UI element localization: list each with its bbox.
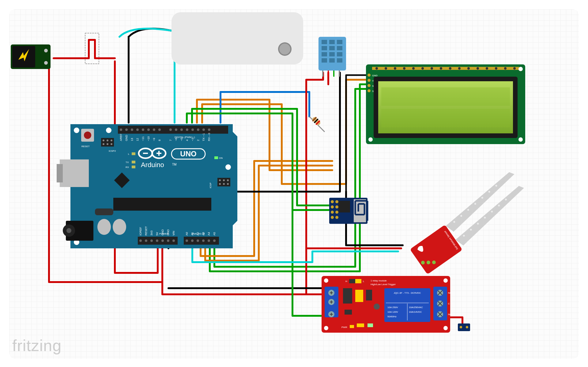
svg-point-59 [518,67,523,71]
svg-text:RX: RX [126,166,129,169]
svg-rect-136 [101,138,114,147]
svg-text:GND: GND [161,229,164,236]
svg-text:A4: A4 [207,232,210,235]
svg-text:A1: A1 [191,232,194,235]
svg-point-123 [460,326,462,328]
svg-rect-129 [60,159,89,187]
icsp2-label: ICSP2 [109,150,116,152]
svg-rect-121 [350,325,354,328]
svg-point-33 [385,67,387,70]
svg-text:A2: A2 [196,232,199,235]
svg-point-138 [107,140,108,141]
svg-point-90 [324,278,328,283]
svg-point-152 [113,219,126,235]
svg-point-57 [368,137,373,142]
svg-point-225 [186,239,188,242]
resistor[interactable] [309,116,325,132]
svg-point-6 [44,49,48,52]
svg-point-39 [440,67,442,70]
svg-point-200 [186,128,188,131]
svg-rect-169 [214,156,218,159]
svg-rect-114 [343,288,352,304]
svg-point-42 [467,67,470,70]
svg-point-196 [158,128,161,131]
svg-point-189 [120,128,122,131]
svg-point-217 [167,239,169,242]
svg-point-45 [495,67,497,70]
svg-point-124 [466,326,468,328]
svg-text:TX→1: TX→1 [202,133,205,141]
svg-point-151 [97,219,111,235]
svg-point-48 [368,74,371,77]
svg-point-197 [169,128,172,131]
svg-text:L: L [128,153,130,155]
svg-rect-56 [381,109,510,127]
svg-point-43 [477,67,479,70]
dc-power-jack[interactable] [11,44,51,69]
relay-module[interactable]: NC C M NO JQC-3F - T73 - DC5VDC 10A 250V… [322,276,453,333]
svg-point-3 [279,44,290,55]
svg-text:TM: TM [172,163,176,166]
svg-point-40 [449,67,451,70]
svg-point-68 [335,205,338,208]
svg-point-140 [103,143,104,145]
svg-point-32 [375,67,378,70]
svg-rect-120 [368,323,373,327]
svg-point-145 [223,179,225,181]
svg-rect-12 [322,46,327,50]
svg-rect-116 [366,290,372,300]
svg-text:13: 13 [130,138,134,141]
svg-rect-119 [357,323,364,327]
svg-rect-22 [328,71,329,77]
dht11-sensor[interactable] [318,37,346,77]
esp8266-module[interactable] [329,198,368,224]
arduino-reset-label: RESET [81,145,90,148]
svg-point-36 [412,67,415,70]
arduino-model: UNO [180,150,196,158]
lcd-i2c[interactable]: GND VCC SDA SCL [366,64,525,144]
svg-point-213 [145,239,147,242]
svg-point-64 [331,205,334,208]
svg-rect-154 [113,198,211,211]
svg-rect-150 [118,126,228,134]
svg-point-126 [106,128,111,133]
svg-text:ON: ON [219,157,223,159]
svg-point-34 [394,67,396,70]
svg-point-67 [335,200,338,203]
svg-point-226 [191,239,194,242]
power-bank[interactable] [172,12,303,64]
svg-rect-18 [322,58,327,63]
svg-point-201 [191,128,194,131]
svg-rect-16 [329,52,335,56]
svg-rect-112 [349,279,355,283]
svg-rect-10 [329,40,335,44]
svg-rect-115 [355,290,363,302]
soil-moisture-sensor[interactable]: Soil Moisture Sensor [406,170,533,274]
relay-title2: High/Low Level Trigger [371,283,396,286]
svg-point-35 [403,67,405,70]
pump-connector[interactable] [458,323,470,331]
svg-point-230 [213,239,216,242]
svg-point-38 [431,67,433,70]
relay-title1: 1 relay module [371,279,387,282]
svg-point-37 [421,67,424,70]
svg-text:10A/14VDC: 10A/14VDC [409,311,422,313]
svg-rect-23 [333,71,334,77]
arduino-uno[interactable]: RESET ICSP2 ICSP DIGITAL (PWM=~) UNO Ard… [57,124,237,248]
svg-text:~9: ~9 [153,138,156,141]
svg-point-199 [180,128,183,131]
svg-text:~11: ~11 [141,136,145,141]
svg-rect-20 [337,58,342,63]
svg-text:10A 250V: 10A 250V [387,306,398,309]
svg-rect-13 [329,46,335,50]
svg-text:10A 120V: 10A 120V [387,311,398,313]
svg-point-194 [147,128,150,131]
svg-point-58 [518,137,523,142]
svg-point-204 [208,128,210,131]
svg-text:12: 12 [136,138,139,141]
svg-point-212 [139,239,142,242]
svg-rect-122 [458,323,470,331]
svg-point-214 [150,239,153,242]
svg-point-146 [227,179,229,181]
svg-rect-143 [217,178,230,186]
